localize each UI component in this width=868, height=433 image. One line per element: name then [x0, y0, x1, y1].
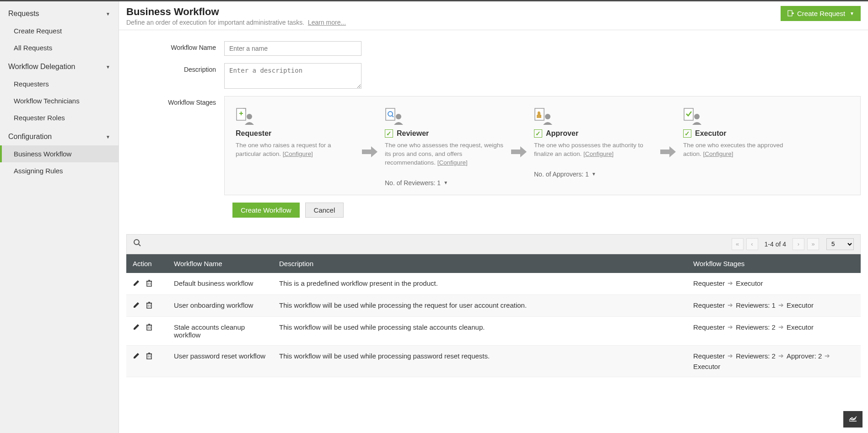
workflow-stages-cell: Requester➔Executor: [687, 273, 861, 295]
chevron-down-icon: ▼: [106, 64, 110, 69]
svg-rect-23: [147, 303, 151, 308]
configure-link[interactable]: [Configure]: [283, 150, 313, 157]
pager-info: 1-4 of 4: [761, 241, 790, 248]
sidebar-item-all-requests[interactable]: All Requests: [0, 39, 119, 56]
cancel-button[interactable]: Cancel: [305, 203, 344, 218]
sidebar-section-requests[interactable]: Requests▼: [0, 5, 119, 22]
help-button[interactable]: [843, 411, 863, 428]
svg-point-15: [694, 114, 700, 119]
arrow-icon: ➔: [728, 301, 733, 309]
pager-first-button[interactable]: «: [732, 238, 744, 250]
arrow-icon: ➔: [778, 352, 784, 359]
chevron-down-icon: ▼: [443, 180, 448, 185]
edit-icon[interactable]: [133, 279, 140, 288]
workflow-stages-cell: Requester➔Reviewers: 1➔Executor: [687, 294, 861, 316]
pager: « ‹ 1-4 of 4 › » 5: [732, 238, 854, 250]
table-header: Workflow Name: [167, 254, 273, 273]
create-request-button[interactable]: Create Request ▼: [781, 6, 861, 21]
sidebar-item-create-request[interactable]: Create Request: [0, 22, 119, 39]
stage-count[interactable]: No. of Approvers: 1 ▼: [534, 171, 653, 178]
workflow-name-cell: User password reset workflow: [167, 345, 273, 377]
table-row: Default business workflowThis is a prede…: [126, 273, 861, 295]
create-request-icon: [787, 10, 794, 17]
stage-description: The one who possesses the authority to f…: [534, 141, 653, 159]
sidebar-item-business-workflow[interactable]: Business Workflow: [0, 145, 119, 162]
configure-link[interactable]: [Configure]: [583, 150, 614, 157]
arrow-icon: [660, 146, 676, 159]
svg-rect-28: [147, 325, 151, 330]
arrow-icon: ➔: [728, 323, 733, 331]
stage-checkbox[interactable]: ✓: [683, 129, 691, 138]
workflow-name-input[interactable]: [224, 41, 361, 56]
workflow-stages-cell: Requester➔Reviewers: 2➔Executor: [687, 316, 861, 345]
svg-line-17: [139, 244, 140, 246]
svg-rect-7: [386, 108, 395, 120]
workflow-name-cell: User onboarding workflow: [167, 294, 273, 316]
workflow-form: Workflow Name Description Workflow Stage…: [119, 30, 868, 234]
pager-next-button[interactable]: ›: [793, 238, 804, 250]
arrow-icon: ➔: [778, 301, 784, 309]
search-icon[interactable]: [133, 239, 141, 249]
stage-checkbox[interactable]: ✓: [385, 129, 393, 138]
delete-icon[interactable]: [146, 301, 153, 310]
arrow-icon: [362, 146, 377, 159]
stage-icon: [385, 105, 504, 125]
delete-icon[interactable]: [146, 279, 153, 288]
workflow-table: ActionWorkflow NameDescriptionWorkflow S…: [126, 254, 861, 377]
stage-description: The one who assesses the request, weighs…: [385, 141, 504, 167]
page-size-select[interactable]: 5: [826, 238, 854, 250]
stage-title: Executor: [695, 129, 726, 138]
svg-rect-33: [147, 354, 151, 359]
workflow-stages-cell: Requester➔Reviewers: 2➔Approver: 2➔Execu…: [687, 345, 861, 377]
stage-title: Requester: [236, 129, 271, 138]
content-header: Business Workflow Define an order of exe…: [119, 1, 868, 30]
learn-more-link[interactable]: Learn more...: [308, 19, 346, 26]
stages-label: Workflow Stages: [146, 96, 224, 106]
arrow-icon: ➔: [728, 352, 733, 359]
name-label: Workflow Name: [146, 41, 224, 51]
sidebar-item-requesters[interactable]: Requesters: [0, 75, 119, 92]
sidebar-item-workflow-technicians[interactable]: Workflow Technicians: [0, 92, 119, 109]
chevron-down-icon: ▼: [106, 134, 110, 139]
stage-icon: [683, 105, 802, 125]
sidebar-section-configuration[interactable]: Configuration▼: [0, 128, 119, 145]
workflow-desc-cell: This is a predefined workflow present in…: [273, 273, 687, 295]
create-workflow-button[interactable]: Create Workflow: [232, 203, 300, 218]
desc-label: Description: [146, 63, 224, 73]
svg-point-10: [396, 114, 401, 119]
configure-link[interactable]: [Configure]: [703, 150, 733, 157]
workflow-desc-cell: This workflow will be used while process…: [273, 316, 687, 345]
table-row: User onboarding workflowThis workflow wi…: [126, 294, 861, 316]
stage-description: The one who raises a request for a parti…: [236, 141, 355, 159]
edit-icon[interactable]: [133, 301, 140, 310]
pager-prev-button[interactable]: ‹: [746, 238, 758, 250]
svg-point-6: [247, 114, 252, 119]
main-content: Business Workflow Define an order of exe…: [119, 1, 868, 433]
workflow-desc-cell: This workflow will be used while process…: [273, 294, 687, 316]
workflow-desc-input[interactable]: [224, 63, 361, 89]
table-row: Stale accounts cleanup workflowThis work…: [126, 316, 861, 345]
pager-last-button[interactable]: »: [807, 238, 819, 250]
stage-icon: [236, 105, 355, 125]
sidebar-section-workflow-delegation[interactable]: Workflow Delegation▼: [0, 58, 119, 75]
stage-count[interactable]: No. of Reviewers: 1 ▼: [385, 179, 504, 187]
table-row: User password reset workflowThis workflo…: [126, 345, 861, 377]
arrow-icon: ➔: [778, 323, 784, 331]
chevron-down-icon: ▼: [106, 11, 110, 16]
svg-rect-18: [147, 281, 151, 286]
arrow-icon: ➔: [728, 279, 733, 287]
stage-checkbox[interactable]: ✓: [534, 129, 542, 138]
arrow-icon: [511, 146, 527, 159]
delete-icon[interactable]: [146, 323, 153, 332]
delete-icon[interactable]: [146, 352, 153, 361]
sidebar-item-assigning-rules[interactable]: Assigning Rules: [0, 162, 119, 179]
stage-executor: ✓ExecutorThe one who executes the approv…: [683, 105, 802, 159]
edit-icon[interactable]: [133, 323, 140, 332]
stage-description: The one who executes the approved action…: [683, 141, 802, 159]
configure-link[interactable]: [Configure]: [437, 159, 468, 166]
table-header: Workflow Stages: [687, 254, 861, 273]
edit-icon[interactable]: [133, 352, 140, 361]
sidebar-item-requester-roles[interactable]: Requester Roles: [0, 109, 119, 126]
stage-title: Approver: [546, 129, 578, 138]
chevron-down-icon: ▼: [850, 11, 854, 16]
